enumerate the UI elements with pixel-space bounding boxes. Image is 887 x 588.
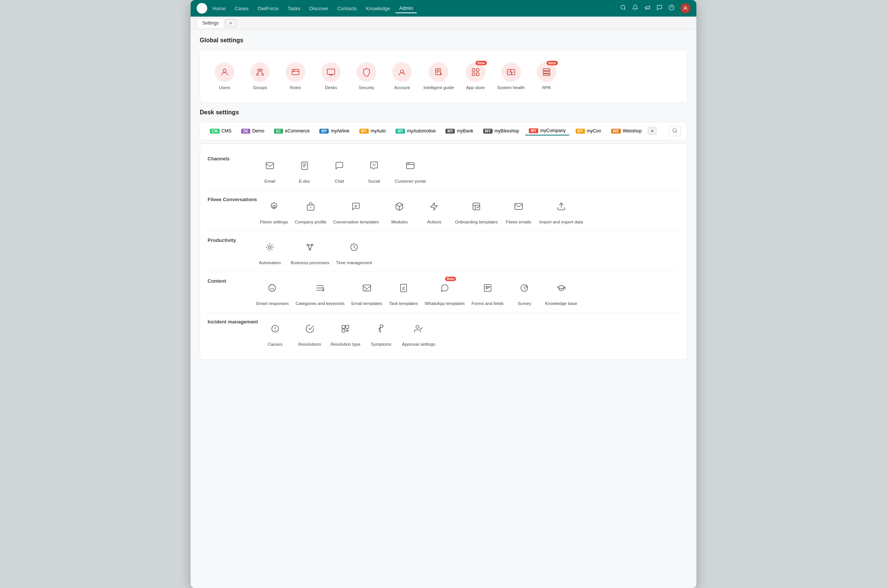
security-item[interactable]: Security xyxy=(350,58,383,95)
nav-cases[interactable]: Cases xyxy=(231,4,253,13)
social-item[interactable]: Social xyxy=(357,151,391,189)
onboarding-templates-item[interactable]: Onboarding templates xyxy=(452,192,500,229)
roles-item[interactable]: Roles xyxy=(279,58,313,95)
approval-settings-label: Approval settings xyxy=(402,342,435,347)
app-store-beta-badge: Beta xyxy=(476,61,487,65)
onboarding-templates-icon xyxy=(467,197,486,216)
svg-rect-27 xyxy=(543,74,550,75)
resolution-type-icon xyxy=(336,319,355,339)
desk-label-myauto: myAuto xyxy=(371,128,386,134)
content-section: Content Smart responses Categories and k… xyxy=(208,274,679,311)
forms-fields-item[interactable]: Forms and fields xyxy=(468,274,507,311)
svg-point-56 xyxy=(322,289,324,291)
divider-1 xyxy=(208,190,679,191)
account-item[interactable]: Account xyxy=(385,58,419,95)
desk-tab-myautomotive[interactable]: MY myAutomotive xyxy=(392,127,439,135)
edoc-label: E-doc xyxy=(299,179,310,184)
company-profile-item[interactable]: Company profile xyxy=(292,192,330,229)
new-tab-button[interactable]: + xyxy=(226,19,236,27)
social-icon xyxy=(364,156,384,175)
nav-home[interactable]: Home xyxy=(209,4,229,13)
svg-point-6 xyxy=(258,69,260,71)
desk-badge-myairline: MY xyxy=(319,129,329,134)
system-health-label: System health xyxy=(497,85,525,91)
desk-tab-more-button[interactable]: ▾ xyxy=(648,127,657,135)
categories-keywords-item[interactable]: Categories and keywords xyxy=(293,274,348,311)
nav-knowledge[interactable]: Knowledge xyxy=(362,4,394,13)
causes-item[interactable]: Causes xyxy=(258,314,292,352)
nav-tasks[interactable]: Tasks xyxy=(284,4,304,13)
security-icon-circle xyxy=(357,62,376,82)
resolution-type-item[interactable]: Resolution type xyxy=(328,314,363,352)
email-templates-item[interactable]: Email templates xyxy=(348,274,385,311)
svg-rect-23 xyxy=(476,73,479,75)
help-icon[interactable] xyxy=(668,5,674,12)
edoc-item[interactable]: E-doc xyxy=(288,151,322,189)
app-store-item[interactable]: Beta App store xyxy=(459,58,493,95)
account-icon-circle xyxy=(392,62,412,82)
nav-owlforce[interactable]: OwlForce xyxy=(254,4,283,13)
desk-badge-webshop: WE xyxy=(611,129,621,134)
resolutions-item[interactable]: Resolutions xyxy=(293,314,327,352)
settings-tab[interactable]: Settings xyxy=(197,18,224,28)
desk-search-button[interactable] xyxy=(669,126,681,136)
approval-settings-icon xyxy=(409,319,428,339)
desks-item[interactable]: Desks xyxy=(314,58,348,95)
smart-responses-item[interactable]: Smart responses xyxy=(253,274,292,311)
nav-discover[interactable]: Discover xyxy=(305,4,332,13)
desk-tab-mycon[interactable]: MY myCon xyxy=(572,127,605,135)
desk-tab-myauto[interactable]: MY myAuto xyxy=(356,127,390,135)
conversation-templates-item[interactable]: Conversation templates xyxy=(330,192,382,229)
fileee-settings-item[interactable]: Fileee settings xyxy=(257,192,291,229)
bell-icon[interactable] xyxy=(632,5,638,12)
survey-item[interactable]: Survey xyxy=(507,274,541,311)
symptoms-item[interactable]: Symptoms xyxy=(364,314,398,352)
time-management-item[interactable]: Time management xyxy=(333,233,375,270)
customer-portal-item[interactable]: Customer portal xyxy=(392,151,429,189)
global-settings-title: Global settings xyxy=(200,37,687,44)
knowledge-base-item[interactable]: Knowledge base xyxy=(542,274,580,311)
nav-contacts[interactable]: Contacts xyxy=(334,4,360,13)
users-item[interactable]: Users xyxy=(208,58,242,95)
import-export-item[interactable]: Import and export data xyxy=(536,192,586,229)
avatar[interactable] xyxy=(681,3,690,13)
email-channel-item[interactable]: Email xyxy=(253,151,287,189)
desk-tab-cms[interactable]: CM CMS xyxy=(206,127,235,135)
smart-responses-label: Smart responses xyxy=(256,301,289,306)
search-icon[interactable] xyxy=(620,5,626,12)
automation-item[interactable]: Automation xyxy=(253,233,287,270)
chat-channel-label: Chat xyxy=(335,179,344,184)
desk-tab-ecommerce[interactable]: EC eCommerce xyxy=(270,127,313,135)
fileee-emails-item[interactable]: Fileee emails xyxy=(502,192,536,229)
intelligent-guide-item[interactable]: Intelligent guide xyxy=(420,58,457,95)
groups-item[interactable]: Groups xyxy=(243,58,277,95)
rpa-item[interactable]: Beta RPA xyxy=(530,58,564,95)
email-templates-label: Email templates xyxy=(351,301,382,306)
desk-tab-mybank[interactable]: MY myBank xyxy=(442,127,477,135)
productivity-label: Productivity xyxy=(208,233,253,243)
automation-icon xyxy=(260,237,280,257)
productivity-items: Automation Business processes Time manag… xyxy=(253,233,679,270)
chat-icon[interactable] xyxy=(656,5,662,12)
desk-tab-webshop[interactable]: WE Webshop xyxy=(607,127,646,135)
logo[interactable] xyxy=(197,3,207,14)
desk-tab-mybikeshop[interactable]: MY myBikeshop xyxy=(479,127,523,135)
chat-channel-item[interactable]: Chat xyxy=(322,151,356,189)
desk-tab-myairline[interactable]: MY myAirline xyxy=(316,127,353,135)
megaphone-icon[interactable] xyxy=(644,5,650,12)
whatsapp-templates-label: WhatsApp templates xyxy=(425,301,465,306)
divider-4 xyxy=(208,312,679,313)
browser-window: Home Cases OwlForce Tasks Discover Conta… xyxy=(191,0,696,588)
system-health-item[interactable]: System health xyxy=(494,58,528,95)
desk-tab-demo[interactable]: DE Demo xyxy=(237,127,268,135)
whatsapp-templates-item[interactable]: Beta WhatsApp templates xyxy=(422,274,468,311)
actions-item[interactable]: Actions xyxy=(417,192,451,229)
modules-item[interactable]: Modules xyxy=(382,192,416,229)
business-processes-item[interactable]: Business processes xyxy=(288,233,332,270)
actions-icon xyxy=(424,197,444,216)
desk-tab-mycompany[interactable]: MY myCompany xyxy=(525,126,569,135)
fileee-conversations-section: Fileee Conversations Fileee settings Com… xyxy=(208,192,679,229)
nav-admin[interactable]: Admin xyxy=(396,4,417,13)
task-templates-item[interactable]: Task templates xyxy=(386,274,421,311)
approval-settings-item[interactable]: Approval settings xyxy=(399,314,438,352)
